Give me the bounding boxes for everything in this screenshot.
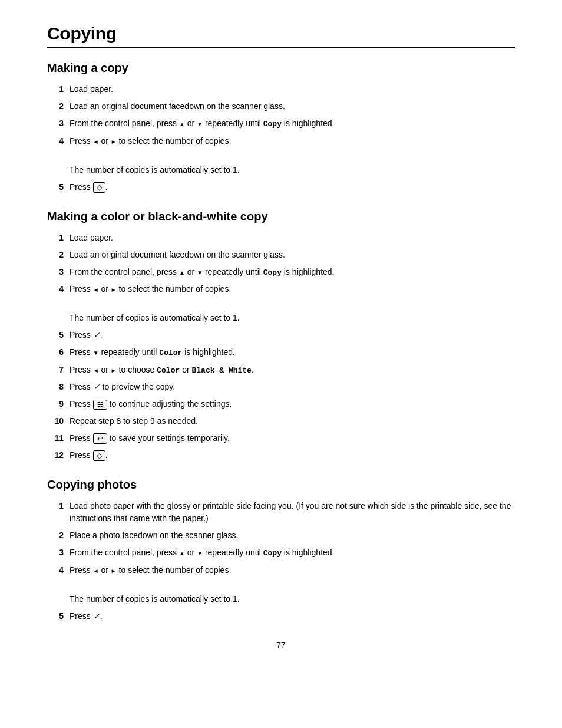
step-number: 5 (47, 329, 64, 341)
step-content: Press ✓. (70, 610, 515, 622)
section-making-a-copy: Making a copy 1 Load paper. 2 Load an or… (47, 61, 515, 193)
step-list-color-bw-cont: 5 Press ✓. 6 Press ▼ repeatedly until Co… (47, 329, 515, 462)
step-item: 9 Press ☵ to continue adjusting the sett… (47, 398, 515, 410)
arrow-right-icon: ► (111, 139, 117, 145)
step-number: 3 (47, 266, 64, 278)
keyword-color2: Color (157, 366, 180, 375)
step-item: 3 From the control panel, press ▲ or ▼ r… (47, 266, 515, 279)
menu-button-icon: ☵ (93, 400, 107, 410)
keyword-copy: Copy (263, 120, 282, 129)
section-title-making-a-copy: Making a copy (47, 61, 515, 75)
step-number: 12 (47, 449, 64, 462)
step-content: Press ◇. (70, 181, 515, 193)
step-content: Press ↩ to save your settings temporaril… (70, 432, 515, 444)
step-item: 3 From the control panel, press ▲ or ▼ r… (47, 117, 515, 130)
step-content: Press ◄ or ► to select the number of cop… (70, 283, 515, 295)
checkmark-icon: ✓ (93, 330, 100, 340)
step-item: 1 Load photo paper with the glossy or pr… (47, 500, 515, 525)
step-content: Place a photo facedown on the scanner gl… (70, 529, 515, 542)
step-number: 5 (47, 610, 64, 622)
step-number: 4 (47, 564, 64, 577)
arrow-left-icon: ◄ (93, 286, 99, 293)
arrow-up-icon: ▲ (179, 550, 185, 556)
step-item: 7 Press ◄ or ► to choose Color or Black … (47, 364, 515, 377)
step-number: 9 (47, 398, 64, 410)
arrow-up-icon: ▲ (179, 269, 185, 276)
step-note: The number of copies is automatically se… (70, 593, 515, 605)
keyword-color: Color (159, 348, 182, 357)
step-item: 2 Load an original document facedown on … (47, 100, 515, 113)
page-number: 77 (47, 640, 515, 650)
step-content: Press ◄ or ► to select the number of cop… (70, 564, 515, 577)
step-item: 6 Press ▼ repeatedly until Color is high… (47, 346, 515, 359)
step-list-copying-photos-cont: 5 Press ✓. (47, 610, 515, 622)
arrow-up-icon: ▲ (179, 121, 185, 127)
step-number: 7 (47, 364, 64, 376)
arrow-down-icon: ▼ (197, 121, 203, 127)
step-item: 11 Press ↩ to save your settings tempora… (47, 432, 515, 444)
step-number: 11 (47, 432, 64, 444)
step-note: The number of copies is automatically se… (70, 164, 515, 176)
arrow-down-icon: ▼ (197, 269, 203, 276)
step-number: 2 (47, 249, 64, 261)
checkmark-icon: ✓ (93, 382, 100, 391)
step-number: 2 (47, 529, 64, 542)
step-content: From the control panel, press ▲ or ▼ rep… (70, 546, 515, 559)
step-content: Load paper. (70, 83, 515, 95)
step-item: 12 Press ◇. (47, 449, 515, 462)
step-number: 2 (47, 100, 64, 113)
step-content: Press ◇. (70, 449, 515, 462)
step-content: Press ◄ or ► to choose Color or Black & … (70, 364, 515, 377)
step-item: 3 From the control panel, press ▲ or ▼ r… (47, 546, 515, 559)
step-number: 6 (47, 346, 64, 358)
step-item: 2 Place a photo facedown on the scanner … (47, 529, 515, 542)
step-item: 8 Press ✓ to preview the copy. (47, 381, 515, 393)
step-number: 10 (47, 415, 64, 427)
step-content: Press ✓. (70, 329, 515, 341)
section-title-color-bw: Making a color or black-and-white copy (47, 210, 515, 223)
title-divider (47, 47, 515, 48)
arrow-right-icon: ► (111, 286, 117, 293)
arrow-right-icon: ► (111, 367, 117, 374)
step-content: Press ☵ to continue adjusting the settin… (70, 398, 515, 410)
step-content: Load an original document facedown on th… (70, 249, 515, 261)
step-number: 1 (47, 83, 64, 95)
section-title-copying-photos: Copying photos (47, 478, 515, 492)
step-number: 8 (47, 381, 64, 393)
diamond-button-icon: ◇ (93, 182, 105, 193)
step-note: The number of copies is automatically se… (70, 312, 515, 324)
arrow-left-icon: ◄ (93, 568, 99, 574)
step-item: 10 Repeat step 8 to step 9 as needed. (47, 415, 515, 427)
step-item: 1 Load paper. (47, 83, 515, 95)
step-item: 4 Press ◄ or ► to select the number of c… (47, 135, 515, 147)
step-item: 5 Press ◇. (47, 181, 515, 193)
step-number: 5 (47, 181, 64, 193)
diamond-button-icon: ◇ (93, 450, 105, 461)
arrow-left-icon: ◄ (93, 139, 99, 145)
keyword-blackwhite: Black & White (191, 366, 251, 375)
step-content: Press ✓ to preview the copy. (70, 381, 515, 393)
step-content: Load photo paper with the glossy or prin… (70, 500, 515, 525)
step-item: 1 Load paper. (47, 232, 515, 244)
step-item: 5 Press ✓. (47, 329, 515, 341)
step-item: 4 Press ◄ or ► to select the number of c… (47, 283, 515, 295)
keyword-copy: Copy (263, 268, 282, 277)
arrow-left-icon: ◄ (93, 367, 99, 374)
step-content: From the control panel, press ▲ or ▼ rep… (70, 117, 515, 130)
arrow-right-icon: ► (111, 568, 117, 574)
keyword-copy: Copy (263, 549, 282, 558)
arrow-down-icon: ▼ (197, 550, 203, 556)
checkmark-icon: ✓ (93, 611, 100, 621)
step-number: 3 (47, 117, 64, 130)
step-item: 5 Press ✓. (47, 610, 515, 622)
step-content: Press ◄ or ► to select the number of cop… (70, 135, 515, 147)
step-number: 1 (47, 500, 64, 512)
page-title: Copying (47, 24, 515, 44)
step-content: Repeat step 8 to step 9 as needed. (70, 415, 515, 427)
step-item: 4 Press ◄ or ► to select the number of c… (47, 564, 515, 577)
back-button-icon: ↩ (93, 433, 107, 444)
step-number: 4 (47, 283, 64, 295)
step-list-copying-photos: 1 Load photo paper with the glossy or pr… (47, 500, 515, 577)
step-content: Press ▼ repeatedly until Color is highli… (70, 346, 515, 359)
step-list-making-a-copy-cont: 5 Press ◇. (47, 181, 515, 193)
